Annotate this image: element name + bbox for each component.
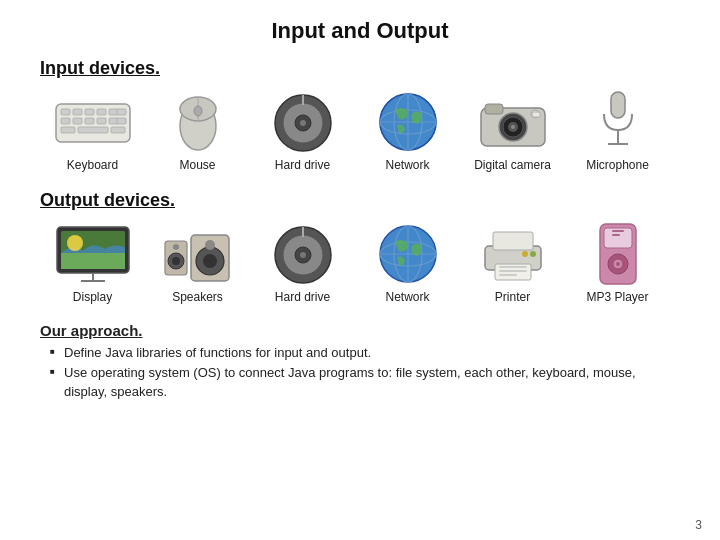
svg-rect-32 [485, 104, 503, 114]
svg-point-78 [616, 262, 620, 266]
speakers-icon [158, 221, 238, 286]
network-output-label: Network [385, 290, 429, 304]
input-device-harddrive: Hard drive [250, 89, 355, 172]
svg-rect-39 [611, 92, 625, 118]
svg-rect-6 [117, 109, 126, 115]
harddrive-output-label: Hard drive [275, 290, 330, 304]
mouse-label: Mouse [179, 158, 215, 172]
input-section-title: Input devices. [40, 58, 680, 79]
digital-camera-icon [473, 89, 553, 154]
svg-point-72 [530, 251, 536, 257]
input-device-network: Network [355, 89, 460, 172]
approach-title: Our approach. [40, 322, 680, 339]
network-input-label: Network [385, 158, 429, 172]
output-device-network: Network [355, 221, 460, 304]
output-device-harddrive: Hard drive [250, 221, 355, 304]
microphone-label: Microphone [586, 158, 649, 172]
page-number: 3 [695, 518, 702, 532]
svg-rect-67 [493, 232, 533, 250]
mouse-icon [158, 89, 238, 154]
svg-point-50 [172, 257, 180, 265]
svg-rect-80 [612, 234, 620, 236]
hard-drive-output-icon [263, 221, 343, 286]
approach-bullet-2: Use operating system (OS) to connect Jav… [50, 363, 680, 402]
svg-rect-38 [532, 112, 540, 117]
svg-rect-8 [73, 118, 82, 124]
microphone-icon [578, 89, 658, 154]
output-device-display: Display [40, 221, 145, 304]
input-device-microphone: Microphone [565, 89, 670, 172]
input-devices-row: Keyboard Mouse [40, 89, 680, 172]
svg-point-55 [205, 240, 215, 250]
svg-rect-15 [111, 127, 125, 133]
display-label: Display [73, 290, 112, 304]
svg-point-54 [203, 254, 217, 268]
output-device-speakers: Speakers [145, 221, 250, 304]
speakers-label: Speakers [172, 290, 223, 304]
digital-camera-label: Digital camera [474, 158, 551, 172]
printer-label: Printer [495, 290, 530, 304]
mp3-player-icon [578, 221, 658, 286]
output-device-printer: Printer [460, 221, 565, 304]
svg-point-45 [67, 235, 83, 251]
svg-point-51 [173, 244, 179, 250]
svg-rect-70 [499, 270, 527, 272]
keyboard-label: Keyboard [67, 158, 118, 172]
hard-drive-input-icon [263, 89, 343, 154]
svg-rect-13 [61, 127, 75, 133]
harddrive-input-label: Hard drive [275, 158, 330, 172]
output-section: Output devices. Display [40, 190, 680, 304]
svg-rect-7 [61, 118, 70, 124]
svg-point-23 [300, 120, 306, 126]
output-device-mp3: MP3 Player [565, 221, 670, 304]
svg-rect-2 [73, 109, 82, 115]
svg-rect-69 [499, 266, 527, 268]
page: Input and Output Input devices. [0, 0, 720, 540]
network-output-icon [368, 221, 448, 286]
page-title: Input and Output [40, 18, 680, 44]
svg-rect-71 [499, 274, 517, 276]
svg-point-19 [194, 106, 202, 116]
output-section-title: Output devices. [40, 190, 680, 211]
output-devices-row: Display [40, 221, 680, 304]
svg-rect-79 [612, 230, 624, 232]
printer-icon [473, 221, 553, 286]
svg-rect-12 [117, 118, 126, 124]
input-section: Input devices. [40, 58, 680, 172]
svg-point-73 [522, 251, 528, 257]
svg-point-36 [511, 125, 515, 129]
svg-rect-4 [97, 109, 106, 115]
keyboard-icon [53, 89, 133, 154]
input-device-keyboard: Keyboard [40, 89, 145, 172]
svg-rect-3 [85, 109, 94, 115]
mp3-player-label: MP3 Player [586, 290, 648, 304]
svg-rect-10 [97, 118, 106, 124]
network-input-icon [368, 89, 448, 154]
approach-bullet-2-text: Use operating system (OS) to connect Jav… [64, 365, 636, 400]
input-device-mouse: Mouse [145, 89, 250, 172]
svg-point-59 [300, 252, 306, 258]
approach-bullet-1: Define Java libraries of functions for i… [50, 343, 680, 363]
svg-rect-44 [61, 253, 125, 269]
display-icon [53, 221, 133, 286]
svg-rect-9 [85, 118, 94, 124]
approach-section: Our approach. Define Java libraries of f… [40, 322, 680, 402]
approach-list: Define Java libraries of functions for i… [40, 343, 680, 402]
input-device-digital-camera: Digital camera [460, 89, 565, 172]
svg-rect-1 [61, 109, 70, 115]
svg-rect-14 [78, 127, 108, 133]
